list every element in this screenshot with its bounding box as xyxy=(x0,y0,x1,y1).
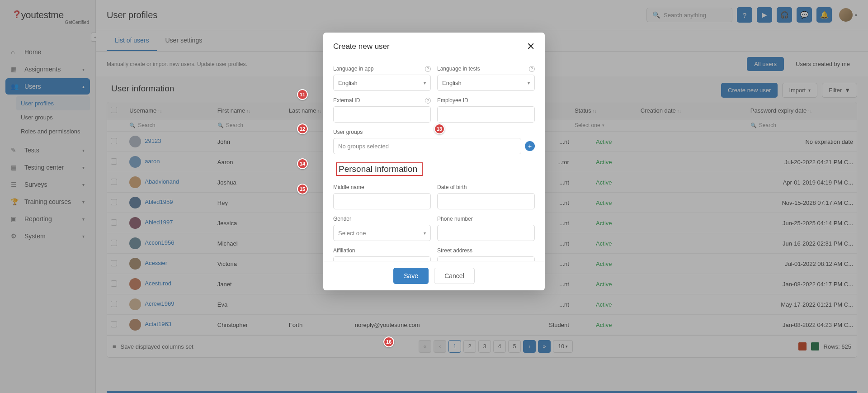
section-personal-info: Personal information xyxy=(336,162,423,176)
create-user-modal: Create new user ✕ Language in app? Engli… xyxy=(323,33,545,290)
save-button[interactable]: Save xyxy=(393,268,429,284)
label-phone: Phone number xyxy=(437,216,535,222)
help-icon[interactable]: ? xyxy=(529,66,535,72)
select-gender[interactable]: Select one▾ xyxy=(333,225,431,241)
chevron-down-icon: ▾ xyxy=(424,231,426,236)
modal-close-button[interactable]: ✕ xyxy=(527,41,535,52)
callout-15: 15 xyxy=(297,184,308,194)
label-affiliation: Affiliation xyxy=(333,247,431,254)
callout-14: 14 xyxy=(297,158,308,169)
label-lang-app: Language in app? xyxy=(333,66,431,72)
add-group-button[interactable]: + xyxy=(525,141,535,151)
chevron-down-icon: ▾ xyxy=(424,80,426,85)
label-gender: Gender xyxy=(333,216,431,222)
label-lang-tests: Language in tests? xyxy=(437,66,535,72)
callout-13: 13 xyxy=(434,123,445,134)
input-phone[interactable] xyxy=(437,225,535,241)
cancel-button[interactable]: Cancel xyxy=(434,268,475,284)
input-street[interactable] xyxy=(437,256,535,261)
help-icon[interactable]: ? xyxy=(425,98,431,104)
input-employee-id[interactable] xyxy=(437,106,535,123)
input-affiliation[interactable] xyxy=(333,256,431,261)
close-icon: ✕ xyxy=(527,41,535,52)
label-external-id: External ID? xyxy=(333,97,431,104)
input-middle-name[interactable] xyxy=(333,193,431,209)
input-external-id[interactable] xyxy=(333,106,431,123)
callout-16: 16 xyxy=(383,336,394,347)
plus-icon: + xyxy=(528,142,532,150)
callout-12: 12 xyxy=(297,123,308,134)
modal-title: Create new user xyxy=(333,42,390,51)
input-dob[interactable] xyxy=(437,193,535,209)
input-user-groups[interactable]: No groups selected xyxy=(333,138,521,154)
label-middle-name: Middle name xyxy=(333,184,431,190)
label-employee-id: Employee ID xyxy=(437,97,535,104)
select-lang-app[interactable]: English▾ xyxy=(333,75,431,91)
label-dob: Date of birth xyxy=(437,184,535,190)
callout-11: 11 xyxy=(297,89,308,100)
select-lang-tests[interactable]: English▾ xyxy=(437,75,535,91)
chevron-down-icon: ▾ xyxy=(528,80,530,85)
help-icon[interactable]: ? xyxy=(425,66,431,72)
label-street: Street address xyxy=(437,247,535,254)
